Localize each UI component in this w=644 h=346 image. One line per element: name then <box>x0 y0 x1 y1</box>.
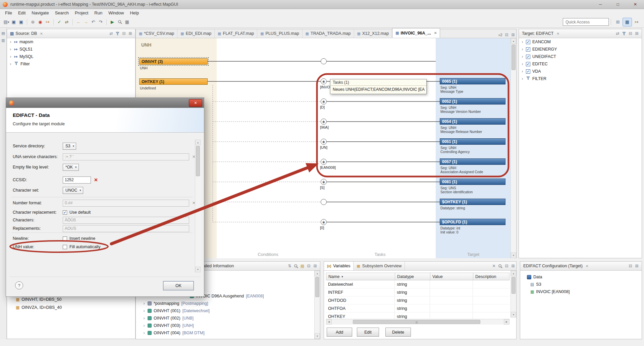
minimize-view-icon[interactable]: ⊟ <box>627 30 634 37</box>
maximize-view-icon[interactable]: ⊞ <box>312 263 318 269</box>
scroll-down-icon[interactable]: ▼ <box>511 312 516 318</box>
task-node[interactable]: ∗ <box>321 98 327 105</box>
window-minimize-button[interactable]: ─ <box>592 0 609 9</box>
checkbox-checked[interactable]: ✓ <box>526 55 530 59</box>
variable-row[interactable]: OHTFOA string <box>326 304 509 313</box>
source-node-ohtkey[interactable]: OHTKEY (1) <box>139 78 208 85</box>
expand-icon[interactable]: › <box>143 331 146 335</box>
maximize-editor-icon[interactable]: ⊞ <box>510 31 516 38</box>
insert-newline-checkbox[interactable] <box>63 236 67 241</box>
target-item-edienergy[interactable]: › ✓ EDIENERGY <box>519 46 642 53</box>
expand-icon[interactable]: › <box>521 54 524 59</box>
config-item-s3[interactable]: ▤ S3 <box>520 281 642 288</box>
scrollbar-thumb[interactable] <box>512 277 516 294</box>
close-view-icon[interactable]: ✕ <box>586 264 588 268</box>
restore-view-icon-2[interactable]: ▥ <box>0 38 6 43</box>
export-icon[interactable]: ▤ <box>299 263 306 269</box>
column-description[interactable]: Description <box>473 273 509 280</box>
source-item-sql51[interactable]: › ↦ SQL51 <box>7 46 135 53</box>
scroll-up-icon[interactable]: ▲ <box>511 38 516 44</box>
mapping-perspective-button[interactable]: ▦ <box>623 18 632 26</box>
expand-icon[interactable]: › <box>9 54 12 59</box>
search-button[interactable] <box>116 19 123 25</box>
ok-button[interactable]: OK <box>163 281 194 290</box>
target-item-editec[interactable]: › ✓ EDITEC <box>519 60 642 68</box>
source-view-title[interactable]: ▤ Source: DB ✕ <box>9 31 44 36</box>
config-item-invoic[interactable]: ▦ INVOIC [EAN008] <box>520 288 642 295</box>
source-item-oinvht-table[interactable]: ▦ OINVHT, ID=DBS_50 <box>14 296 61 303</box>
target-node-0052[interactable]: 0052 (1) <box>440 98 505 105</box>
checkbox-checked[interactable]: ✓ <box>526 47 530 52</box>
variable-row[interactable]: OHTDOD string <box>326 296 509 304</box>
expand-icon[interactable]: › <box>143 301 146 306</box>
maximize-view-icon[interactable]: ⊞ <box>634 263 640 269</box>
edit-variable-button[interactable]: Edit <box>357 328 379 337</box>
scroll-down-icon[interactable]: ▼ <box>315 333 320 339</box>
close-view-icon[interactable]: ✕ <box>40 32 43 36</box>
save-button[interactable]: ▣ <box>10 19 17 25</box>
detail-row-oinvht-004[interactable]: › OINVHT (004) [BGM DTM] <box>141 329 205 337</box>
checkbox-checked[interactable]: ✓ <box>526 40 530 44</box>
clear-icon[interactable]: ✕ <box>491 263 497 269</box>
target-node-0051[interactable]: 0051 (1) <box>440 138 505 145</box>
menu-navigate[interactable]: Navigate <box>29 10 52 16</box>
expand-icon[interactable]: › <box>143 308 146 313</box>
task-node[interactable] <box>321 58 327 64</box>
expand-icon[interactable]: › <box>143 323 146 328</box>
restore-view-icon[interactable]: ▤ <box>0 31 6 36</box>
target-node-ohtkey[interactable]: $OHTKEY (1) <box>440 199 505 205</box>
config-view-title[interactable]: EDIFACT Configuration (Target) ✕ <box>522 264 590 268</box>
window-maximize-button[interactable]: □ <box>609 0 627 9</box>
mapping-icon[interactable]: ↦ <box>44 19 51 25</box>
scroll-up-icon[interactable]: ▲ <box>511 271 516 276</box>
save-all-button[interactable]: ▣ <box>18 19 24 25</box>
scroll-down-icon[interactable]: ▼ <box>195 267 201 272</box>
tab-overflow-indicator[interactable]: »2 <box>497 31 503 38</box>
expand-icon[interactable]: › <box>9 40 12 44</box>
link-editor-icon[interactable]: ⇄ <box>108 30 114 37</box>
tab-variables[interactable]: (x) Variables <box>324 262 354 270</box>
tab-x12-x12-map[interactable]: ▦X12_X12.map <box>354 29 392 38</box>
menu-help[interactable]: Help <box>127 10 142 16</box>
tab-plus-plus-map[interactable]: ▦PLUS_PLUS.map <box>257 29 302 38</box>
replacements-input[interactable] <box>63 225 189 232</box>
settings-icon[interactable]: ⊛ <box>30 19 36 25</box>
run-configuration-icon[interactable]: ◉ <box>37 19 44 25</box>
target-item-filter[interactable]: › FILTER <box>519 75 642 82</box>
detail-row-oinvht-003[interactable]: › OINVHT (003) [UNH] <box>141 322 194 329</box>
expand-icon[interactable]: › <box>521 69 524 74</box>
filter-icon[interactable] <box>621 30 627 37</box>
tab-edi-edi-map[interactable]: ▦EDI_EDI.map <box>177 29 215 38</box>
target-item-vda[interactable]: › ✓ VDA <box>519 68 642 75</box>
help-button[interactable]: ? <box>15 281 23 289</box>
tab-subsystem-overview[interactable]: ▦ Subsystem Overview <box>354 262 405 270</box>
tab-trada-trada-map[interactable]: ▦TRADA_TRADA.map <box>303 29 354 38</box>
variable-row[interactable]: INTREF string <box>326 288 509 296</box>
expand-icon[interactable]: › <box>521 40 524 44</box>
menu-edit[interactable]: Edit <box>15 10 29 16</box>
log-level-select[interactable]: *OK▾ <box>63 164 79 171</box>
config-item-data[interactable]: Data <box>520 273 642 281</box>
menu-project[interactable]: Project <box>72 10 91 16</box>
forward-button[interactable]: → <box>83 19 89 25</box>
ccsid-input[interactable] <box>63 177 91 184</box>
character-set-select[interactable]: UNOC▾ <box>63 187 83 194</box>
task-node[interactable]: ∗ <box>321 119 327 125</box>
editor-vertical-scrollbar[interactable]: ▲ ▼ <box>511 38 516 258</box>
fill-automatically-checkbox[interactable] <box>63 245 67 249</box>
menu-window[interactable]: Window <box>105 10 127 16</box>
variables-vertical-scrollbar[interactable]: ▲ ▼ <box>511 271 516 318</box>
target-node-0054[interactable]: 0054 (1) <box>440 118 505 125</box>
scrollbar-thumb[interactable] <box>512 45 516 70</box>
grid-view-button[interactable]: ▦ <box>124 19 130 25</box>
secondary-perspective-button[interactable]: ↦ <box>632 18 641 26</box>
target-item-eancom[interactable]: › ✓ EANCOM <box>519 38 642 46</box>
scroll-left-icon[interactable]: ◀ <box>326 319 332 325</box>
minimize-view-icon[interactable]: ⊟ <box>121 30 127 37</box>
target-view-title[interactable]: Target: EDIFACT ✕ <box>521 31 561 36</box>
undo-button[interactable]: ↶ <box>90 19 97 25</box>
task-node[interactable]: ∗ <box>321 179 327 185</box>
expand-icon[interactable]: › <box>9 47 12 52</box>
task-node[interactable] <box>321 199 327 205</box>
detail-row-oinvht-002[interactable]: › OINVHT (002) [UNB] <box>141 315 194 322</box>
